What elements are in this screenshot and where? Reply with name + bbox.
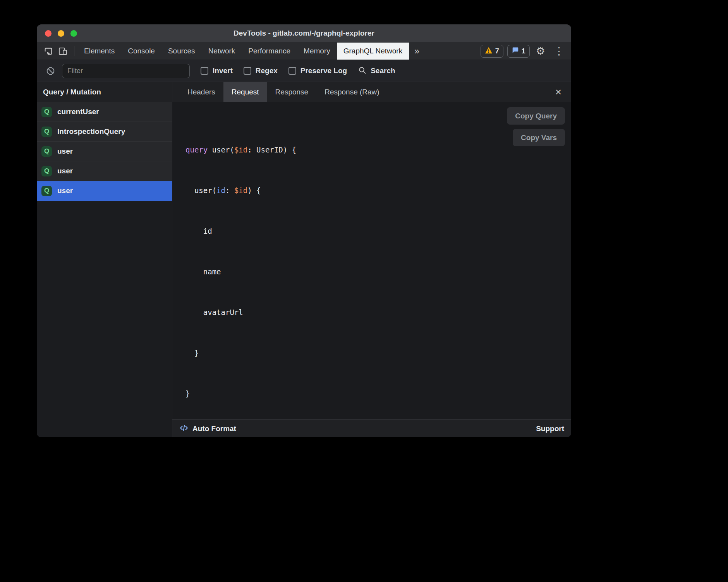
preserve-log-label: Preserve Log [300, 67, 347, 75]
warnings-badge[interactable]: 7 [481, 45, 503, 58]
code-brackets-icon [179, 423, 189, 434]
query-list-item-label: user [57, 167, 73, 175]
query-list-item-label: user [57, 187, 73, 195]
auto-format-label: Auto Format [192, 425, 236, 433]
code-line: avatarUrl [185, 306, 571, 319]
code-line: } [185, 387, 571, 401]
message-bubble-icon [512, 46, 519, 56]
search-button[interactable]: Search [358, 66, 395, 76]
invert-filter-group: Invert [201, 67, 233, 75]
preserve-log-group: Preserve Log [288, 67, 347, 75]
traffic-lights [37, 30, 77, 37]
close-detail-icon[interactable]: × [551, 85, 566, 99]
query-list-item-label: user [57, 147, 73, 156]
search-icon [358, 66, 367, 76]
regex-checkbox[interactable] [244, 67, 251, 75]
settings-gear-icon[interactable]: ⚙ [534, 46, 548, 56]
query-type-badge: Q [41, 186, 52, 196]
query-list-item-user-2[interactable]: Q user [37, 161, 172, 181]
window-title: DevTools - gitlab.com/-/graphql-explorer [37, 29, 571, 38]
invert-checkbox[interactable] [201, 67, 208, 75]
devtools-window: DevTools - gitlab.com/-/graphql-explorer… [37, 24, 571, 437]
filter-left [44, 64, 190, 78]
copy-vars-button[interactable]: Copy Vars [513, 129, 565, 146]
query-type-badge: Q [41, 166, 52, 176]
warning-count: 7 [495, 47, 499, 55]
code-line: } [185, 346, 571, 360]
warning-icon [485, 47, 493, 56]
more-tabs-button[interactable]: » [409, 43, 425, 60]
query-type-badge: Q [41, 127, 52, 137]
invert-label: Invert [213, 67, 233, 75]
tab-network[interactable]: Network [202, 43, 242, 60]
search-label: Search [371, 67, 395, 75]
tab-console[interactable]: Console [121, 43, 161, 60]
toolbar-right: 7 1 ⚙ ⋮ [481, 43, 571, 60]
query-list-item-currentuser[interactable]: Q currentUser [37, 102, 172, 122]
title-bar: DevTools - gitlab.com/-/graphql-explorer [37, 24, 571, 43]
toolbar-icons [37, 43, 72, 60]
query-type-badge: Q [41, 146, 52, 157]
block-clear-icon[interactable] [44, 64, 57, 77]
tab-memory[interactable]: Memory [297, 43, 337, 60]
request-tab-content: query user($id: UserID) { user(id: $id) … [172, 102, 571, 419]
query-list-item-label: currentUser [57, 108, 99, 116]
tab-response-raw[interactable]: Response (Raw) [316, 82, 388, 102]
inspect-element-icon[interactable] [41, 45, 55, 58]
detail-footer: Auto Format Support [172, 419, 571, 437]
tab-headers[interactable]: Headers [179, 82, 223, 102]
query-list-empty-area [37, 201, 172, 437]
query-list-item-label: IntrospectionQuery [57, 127, 125, 136]
tab-request[interactable]: Request [223, 82, 267, 102]
query-type-badge: Q [41, 107, 52, 117]
detail-tab-bar: Headers Request Response Response (Raw) … [172, 82, 571, 102]
copy-query-button[interactable]: Copy Query [507, 107, 565, 125]
tab-sources[interactable]: Sources [161, 43, 202, 60]
copy-buttons: Copy Query Copy Vars [507, 107, 565, 146]
code-line: name [185, 265, 571, 279]
request-detail-panel: Headers Request Response Response (Raw) … [172, 82, 571, 437]
message-count: 1 [522, 47, 525, 55]
tab-response[interactable]: Response [267, 82, 317, 102]
zoom-window-button[interactable] [70, 30, 77, 37]
support-link[interactable]: Support [536, 425, 564, 433]
regex-label: Regex [256, 67, 278, 75]
auto-format-button[interactable]: Auto Format [179, 423, 236, 434]
messages-badge[interactable]: 1 [507, 45, 530, 58]
graphql-query-code: query user($id: UserID) { user(id: $id) … [185, 116, 571, 419]
close-window-button[interactable] [45, 30, 52, 37]
query-list-item-user-1[interactable]: Q user [37, 142, 172, 161]
preserve-log-checkbox[interactable] [288, 67, 296, 75]
query-list-item-user-3-selected[interactable]: Q user [37, 181, 172, 201]
code-line: id [185, 224, 571, 238]
minimize-window-button[interactable] [58, 30, 64, 37]
filter-input[interactable] [62, 64, 190, 78]
main-split: Query / Mutation Q currentUser Q Introsp… [37, 82, 571, 437]
tab-performance[interactable]: Performance [242, 43, 297, 60]
more-options-icon[interactable]: ⋮ [551, 46, 567, 56]
tab-graphql-network[interactable]: GraphQL Network [337, 43, 409, 60]
query-list-item-introspectionquery[interactable]: Q IntrospectionQuery [37, 122, 172, 142]
filter-bar: Invert Regex Preserve Log Search [37, 60, 571, 82]
tab-elements[interactable]: Elements [77, 43, 121, 60]
code-line: user(id: $id) { [185, 184, 571, 197]
query-list-header: Query / Mutation [37, 82, 172, 102]
toolbar-divider [74, 46, 74, 56]
devtools-toolbar: Elements Console Sources Network Perform… [37, 43, 571, 60]
device-toolbar-icon[interactable] [56, 45, 69, 58]
regex-filter-group: Regex [244, 67, 278, 75]
query-list-panel: Query / Mutation Q currentUser Q Introsp… [37, 82, 172, 437]
